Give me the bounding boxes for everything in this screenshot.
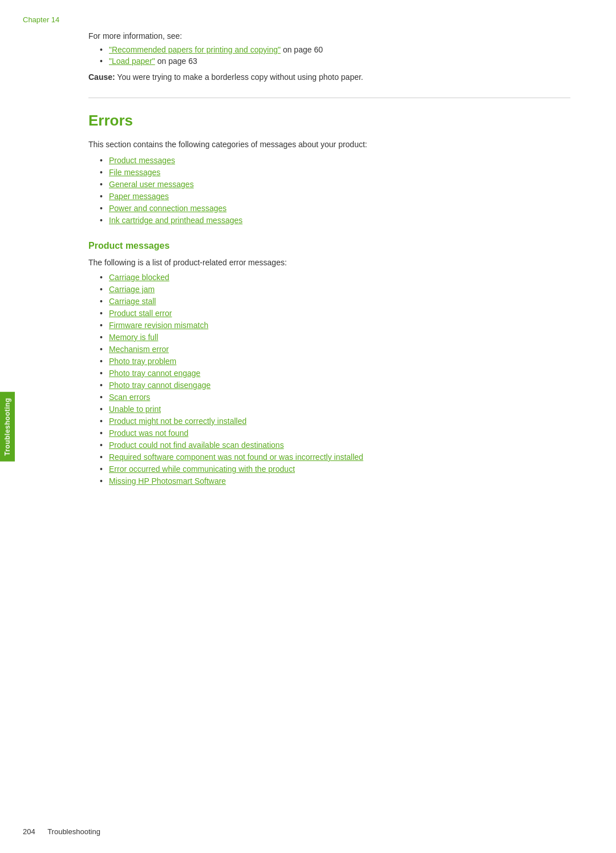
recommended-papers-link[interactable]: "Recommended papers for printing and cop… [109,45,281,54]
firmware-revision-mismatch-link[interactable]: Firmware revision mismatch [109,321,208,330]
list-item-product-not-correctly-installed: Product might not be correctly installed [100,417,570,426]
errors-section-description: This section contains the following cate… [88,140,570,149]
file-messages-link[interactable]: File messages [109,168,160,177]
list-item-missing-hp-photosmart: Missing HP Photosmart Software [100,476,570,486]
list-item-ink-cartridge-messages: Ink cartridge and printhead messages [100,216,570,225]
list-item-photo-tray-cannot-engage: Photo tray cannot engage [100,369,570,378]
carriage-jam-link[interactable]: Carriage jam [109,285,155,294]
product-messages-link[interactable]: Product messages [109,156,175,165]
list-item-photo-tray-cannot-disengage: Photo tray cannot disengage [100,381,570,390]
photo-tray-problem-link[interactable]: Photo tray problem [109,357,176,366]
memory-is-full-link[interactable]: Memory is full [109,333,158,342]
list-item-recommended-papers: "Recommended papers for printing and cop… [100,45,570,54]
product-was-not-found-link[interactable]: Product was not found [109,428,188,438]
list-item-memory-is-full: Memory is full [100,333,570,342]
general-user-messages-link[interactable]: General user messages [109,180,194,189]
mechanism-error-link[interactable]: Mechanism error [109,345,169,354]
cause-label: Cause: [88,72,115,82]
side-tab-label: Troubleshooting [3,398,11,456]
page-footer: 204 Troubleshooting [23,827,100,836]
missing-hp-photosmart-link[interactable]: Missing HP Photosmart Software [109,476,226,486]
list-item-product-messages: Product messages [100,156,570,165]
product-messages-list: Carriage blocked Carriage jam Carriage s… [100,273,570,486]
list-item-product-was-not-found: Product was not found [100,428,570,438]
cause-paragraph: Cause: You were trying to make a borderl… [88,72,570,82]
list-item-file-messages: File messages [100,168,570,177]
footer-page-number: 204 [23,827,35,836]
for-more-info-text: For more information, see: [88,31,570,41]
ink-cartridge-messages-link[interactable]: Ink cartridge and printhead messages [109,216,242,225]
intro-links-list: "Recommended papers for printing and cop… [100,45,570,66]
chapter-label: Chapter 14 [23,15,59,24]
photo-tray-cannot-engage-link[interactable]: Photo tray cannot engage [109,369,200,378]
list-item-general-user-messages: General user messages [100,180,570,189]
side-tab: Troubleshooting [0,392,15,462]
list-item-product-could-not-find-scan-destinations: Product could not find available scan de… [100,440,570,450]
list-item-paper-messages: Paper messages [100,192,570,201]
power-connection-messages-link[interactable]: Power and connection messages [109,204,226,213]
list-item-firmware-revision-mismatch: Firmware revision mismatch [100,321,570,330]
page-container: Chapter 14 Troubleshooting For more info… [0,0,616,853]
list-item-mechanism-error: Mechanism error [100,345,570,354]
recommended-papers-suffix: on page 60 [281,45,323,54]
carriage-blocked-link[interactable]: Carriage blocked [109,273,169,282]
list-item-unable-to-print: Unable to print [100,405,570,414]
list-item-error-occurred-communicating: Error occurred while communicating with … [100,464,570,474]
carriage-stall-link[interactable]: Carriage stall [109,297,156,306]
product-stall-error-link[interactable]: Product stall error [109,309,172,318]
list-item-photo-tray-problem: Photo tray problem [100,357,570,366]
photo-tray-cannot-disengage-link[interactable]: Photo tray cannot disengage [109,381,210,390]
list-item-carriage-blocked: Carriage blocked [100,273,570,282]
product-could-not-find-scan-destinations-link[interactable]: Product could not find available scan de… [109,440,284,450]
section-divider [88,98,570,98]
list-item-product-stall-error: Product stall error [100,309,570,318]
list-item-power-connection-messages: Power and connection messages [100,204,570,213]
product-messages-title: Product messages [88,241,570,251]
product-messages-description: The following is a list of product-relat… [88,258,570,267]
paper-messages-link[interactable]: Paper messages [109,192,169,201]
errors-category-list: Product messages File messages General u… [100,156,570,225]
errors-section-title: Errors [88,112,570,130]
product-not-correctly-installed-link[interactable]: Product might not be correctly installed [109,417,246,426]
main-content: For more information, see: "Recommended … [88,0,570,486]
scan-errors-link[interactable]: Scan errors [109,393,150,402]
footer-page-label: Troubleshooting [47,827,100,836]
required-software-component-link[interactable]: Required software component was not foun… [109,452,363,462]
load-paper-suffix: on page 63 [155,56,197,66]
list-item-carriage-stall: Carriage stall [100,297,570,306]
list-item-load-paper: "Load paper" on page 63 [100,56,570,66]
load-paper-link[interactable]: "Load paper" [109,56,155,66]
list-item-carriage-jam: Carriage jam [100,285,570,294]
list-item-scan-errors: Scan errors [100,393,570,402]
error-occurred-communicating-link[interactable]: Error occurred while communicating with … [109,464,295,474]
unable-to-print-link[interactable]: Unable to print [109,405,161,414]
cause-text: You were trying to make a borderless cop… [115,72,363,82]
list-item-required-software-component: Required software component was not foun… [100,452,570,462]
